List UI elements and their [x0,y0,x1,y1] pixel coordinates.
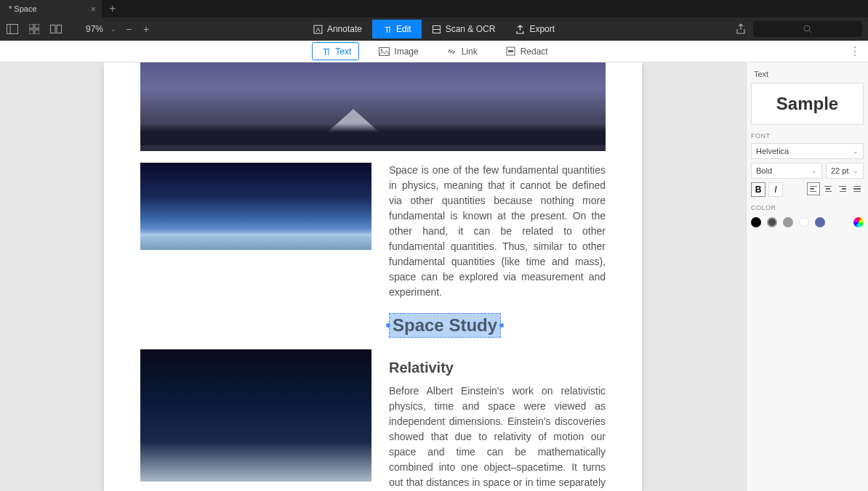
scan-ocr-button[interactable]: Scan & OCR [422,20,506,38]
export-label: Export [529,24,555,34]
svg-rect-21 [508,50,513,52]
font-weight-value: Bold [756,166,772,175]
svg-rect-4 [29,30,33,34]
align-justify-button[interactable] [851,182,864,195]
earth-image[interactable] [140,163,371,250]
text-tool-icon: T [320,46,331,57]
text-tool-button[interactable]: T Text [312,42,359,60]
svg-text:T: T [323,47,329,57]
zoom-in-button[interactable]: + [141,23,151,35]
document-page: Space is one of the few fundamental quan… [104,62,642,491]
redact-tool-label: Redact [521,46,548,57]
selected-heading-text: Space Study [393,315,497,335]
image-tool-label: Image [394,46,418,57]
thumbnails-icon[interactable] [28,23,41,36]
redact-tool-icon [505,46,516,57]
svg-rect-5 [35,30,39,34]
selected-text-heading[interactable]: Space Study [389,313,501,338]
svg-rect-0 [7,25,18,34]
link-tool-icon [446,46,457,57]
sidebar-toggle-icon[interactable] [6,23,19,36]
view-mode-icon[interactable] [49,23,63,36]
image-tool-icon [379,46,390,57]
chevron-down-icon: ⌄ [853,167,859,174]
italic-button[interactable]: I [768,182,783,197]
document-tab[interactable]: * Space × [0,0,102,17]
align-left-button[interactable] [807,182,820,195]
edit-button[interactable]: T Edit [372,20,422,38]
color-swatch-darkgray[interactable] [767,217,777,227]
font-size-value: 22 pt [831,166,848,175]
color-swatch-gray[interactable] [783,217,793,227]
zoom-caret-icon[interactable]: ⌄ [110,25,116,33]
share-icon[interactable] [736,23,747,35]
color-swatch-blue[interactable] [815,217,825,227]
color-swatch-white[interactable] [799,217,809,227]
tab-title: * Space [9,4,37,13]
font-section-label: FONT [751,132,864,139]
space-image[interactable] [140,349,371,482]
font-size-dropdown[interactable]: 22 pt ⌄ [826,163,864,179]
text-properties-panel: Text Sample FONT Helvetica ⌄ Bold ⌄ 22 p… [746,62,868,491]
hero-image[interactable] [140,62,606,151]
new-tab-button[interactable]: + [102,2,123,15]
search-icon [803,25,812,33]
search-input[interactable] [753,21,862,37]
tab-bar: * Space × + [0,0,868,17]
paragraph-2[interactable]: Before Albert Einstein's work on relativ… [389,384,606,491]
selection-handle-right[interactable] [499,323,504,328]
document-viewport[interactable]: Space is one of the few fundamental quan… [0,62,746,491]
panel-title: Text [751,68,864,80]
selection-handle-left[interactable] [386,323,390,328]
link-tool-label: Link [462,46,478,57]
color-section-label: COLOR [751,204,864,211]
svg-text:T: T [385,25,390,34]
annotate-button[interactable]: A Annotate [303,20,372,38]
zoom-out-button[interactable]: − [124,23,134,35]
image-tool-button[interactable]: Image [371,42,426,60]
annotate-label: Annotate [327,24,362,34]
svg-point-14 [804,25,810,31]
paragraph-1[interactable]: Space is one of the few fundamental quan… [389,163,606,300]
svg-rect-2 [29,24,33,28]
redact-tool-button[interactable]: Redact [497,42,556,60]
font-family-value: Helvetica [756,147,789,155]
svg-rect-6 [51,25,56,33]
chevron-down-icon: ⌄ [853,147,859,155]
zoom-value[interactable]: 97% [86,24,103,34]
main-toolbar: 97% ⌄ − + A Annotate T Edit Scan & OCR E… [0,17,868,41]
scan-label: Scan & OCR [446,24,496,34]
color-swatch-black[interactable] [751,217,761,227]
close-tab-icon[interactable]: × [90,4,96,15]
align-center-button[interactable] [821,182,835,195]
chevron-down-icon: ⌄ [811,167,817,174]
font-weight-dropdown[interactable]: Bold ⌄ [751,163,822,179]
font-family-dropdown[interactable]: Helvetica ⌄ [751,143,864,159]
svg-rect-18 [379,47,390,55]
sample-preview: Sample [751,83,864,125]
color-picker-button[interactable] [853,217,864,227]
more-icon[interactable]: ⋮ [849,44,861,58]
svg-line-15 [809,31,811,33]
svg-point-19 [381,49,382,50]
svg-text:A: A [316,26,320,33]
align-right-button[interactable] [836,182,849,195]
bold-button[interactable]: B [751,182,765,197]
svg-rect-3 [35,24,39,28]
heading-relativity[interactable]: Relativity [389,360,606,376]
edit-label: Edit [396,24,411,34]
svg-rect-7 [57,25,62,33]
edit-sub-toolbar: T Text Image Link Redact ⋮ [0,41,868,62]
export-button[interactable]: Export [505,20,565,38]
link-tool-button[interactable]: Link [438,42,486,60]
text-tool-label: Text [335,46,351,57]
